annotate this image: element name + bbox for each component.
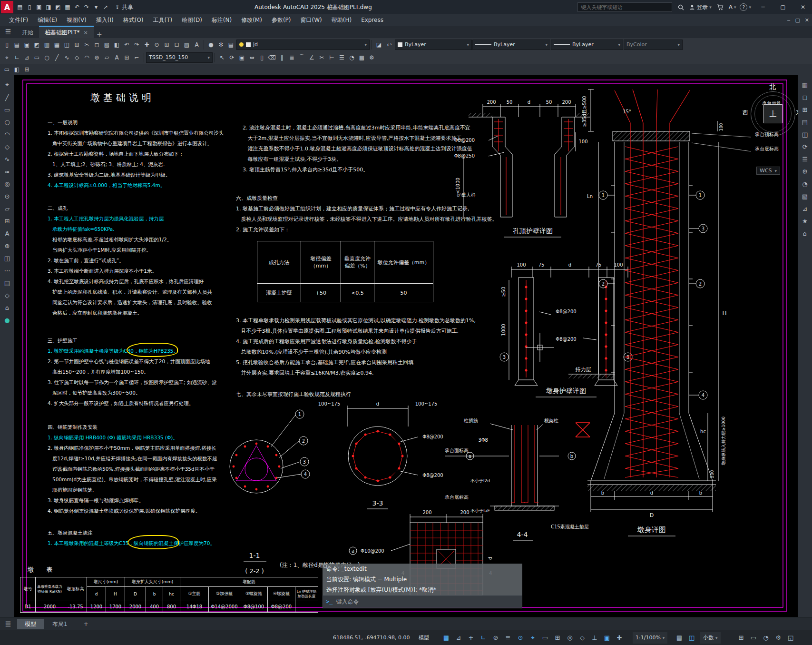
- ortho-mode-icon[interactable]: ∟: [478, 632, 489, 644]
- grid-display-icon[interactable]: ▦: [799, 79, 811, 90]
- viewcube[interactable]: 北 西 东 上 WCS ▾: [747, 85, 798, 180]
- tab-start[interactable]: 开始: [16, 27, 39, 38]
- app-store-cart-icon[interactable]: [715, 2, 725, 12]
- menu-item[interactable]: 参数(P): [267, 16, 295, 24]
- clean-screen-icon[interactable]: ◱: [785, 632, 796, 644]
- annotation-scale-combo[interactable]: 1:1/100%▾: [633, 630, 667, 645]
- transparency-icon[interactable]: ⊞: [552, 632, 563, 644]
- object-snap-icon[interactable]: ⌖: [527, 632, 538, 644]
- lock-ui-icon[interactable]: ▭: [748, 632, 759, 644]
- more-tools-icon[interactable]: ⋯: [1, 265, 13, 276]
- viewcube-west-label[interactable]: 西: [743, 109, 748, 117]
- cut-icon[interactable]: ✂: [82, 40, 92, 50]
- autodesk-assistant-button[interactable]: A▾: [729, 4, 736, 10]
- menu-item[interactable]: 标注(N): [207, 16, 236, 24]
- lineweight-combo[interactable]: ByLayer ▾: [551, 40, 623, 50]
- new-drawing-icon[interactable]: ▯: [25, 2, 34, 12]
- hatch-tool-icon[interactable]: ▱: [1, 203, 13, 214]
- share-button[interactable]: ⇪ 共享: [115, 3, 133, 11]
- fillet-icon[interactable]: ⌒: [297, 52, 307, 62]
- offset-icon[interactable]: ∥: [277, 52, 287, 62]
- plotstyle-combo[interactable]: ByColor ▾: [624, 40, 683, 50]
- rotate-icon[interactable]: ⟳: [227, 52, 237, 62]
- mdi-minimize-button[interactable]: ‒: [787, 17, 790, 23]
- options-icon[interactable]: ⚙: [799, 166, 811, 177]
- layers-tool-icon[interactable]: ▤: [1, 277, 13, 288]
- maximize-button[interactable]: ▢: [775, 1, 791, 13]
- snap-icon[interactable]: ⌖: [2, 52, 12, 62]
- layout-menu-icon[interactable]: ☰: [0, 618, 16, 630]
- search-icon[interactable]: [676, 2, 685, 12]
- menu-item[interactable]: 绘图(D): [177, 16, 206, 24]
- help-button[interactable]: ?▾: [740, 3, 751, 11]
- annotation-scale-icon[interactable]: ▤: [674, 632, 685, 644]
- tab-close-icon[interactable]: ×: [84, 30, 88, 36]
- properties-palette-icon[interactable]: ◧: [12, 65, 22, 75]
- pointer-tool-icon[interactable]: ⌖: [1, 79, 13, 90]
- layer-walk-icon[interactable]: ▤: [799, 116, 811, 128]
- undo-icon[interactable]: ↶: [122, 40, 132, 50]
- model-space-indicator[interactable]: 模型: [419, 630, 429, 645]
- new-tab-button[interactable]: +: [94, 30, 105, 38]
- new-layout-button[interactable]: +: [76, 619, 96, 629]
- arc-tool-icon[interactable]: ◠: [1, 129, 13, 140]
- plot-icon[interactable]: ▦: [52, 40, 62, 50]
- scale-icon[interactable]: ▯: [257, 52, 267, 62]
- qat-customize-icon[interactable]: ▾: [91, 2, 101, 12]
- rect-tool-icon[interactable]: ▭: [1, 104, 13, 115]
- extend-icon[interactable]: ⊢: [327, 52, 337, 62]
- rectangle-icon[interactable]: ▭: [32, 52, 42, 62]
- spline-icon[interactable]: ∿: [62, 52, 72, 62]
- menu-item[interactable]: 窗口(W): [296, 16, 326, 24]
- trim-icon[interactable]: ✂: [317, 52, 327, 62]
- snap-mode-icon[interactable]: ⊿: [453, 632, 464, 644]
- save-icon[interactable]: ◨: [44, 2, 53, 12]
- autocad-logo[interactable]: A: [1, 1, 13, 13]
- units-combo[interactable]: 小数▾: [700, 630, 721, 645]
- redo-icon[interactable]: ↷: [132, 40, 142, 50]
- text-style-combo[interactable]: TSSD_150_150 ▾: [146, 52, 213, 63]
- isodraft-icon[interactable]: ≡: [502, 632, 514, 644]
- stretch-icon[interactable]: ⇔: [247, 52, 257, 62]
- workspace-switching-icon[interactable]: ◫: [686, 632, 697, 644]
- layer-freeze-icon[interactable]: ✻: [216, 40, 226, 50]
- point-tool-icon[interactable]: ⊙: [1, 190, 13, 202]
- menu-item[interactable]: 插入(I): [92, 16, 118, 24]
- properties-icon[interactable]: ▨: [182, 40, 192, 50]
- xref-icon[interactable]: ▥: [42, 40, 52, 50]
- insert-block-icon[interactable]: ⊕: [1, 240, 13, 251]
- quickcalc-icon[interactable]: A: [192, 40, 202, 50]
- zoom-realtime-icon[interactable]: ⊙: [152, 40, 162, 50]
- polygon-tool-icon[interactable]: ◇: [1, 141, 13, 152]
- line-tool-icon[interactable]: ╱: [1, 91, 13, 103]
- render-icon[interactable]: ★: [799, 215, 811, 227]
- save-icon[interactable]: ▣: [22, 40, 32, 50]
- command-input[interactable]: >_ 键入命令: [323, 595, 522, 608]
- customization-icon[interactable]: ⚙: [773, 632, 784, 644]
- undo-icon[interactable]: ↶: [72, 2, 82, 12]
- paste-icon[interactable]: ▧: [102, 40, 112, 50]
- close-button[interactable]: ✕: [795, 1, 811, 13]
- viewcube-top-face[interactable]: 上: [763, 104, 783, 123]
- viewcube-east-label[interactable]: 东: [796, 109, 798, 117]
- tab-overview-icon[interactable]: ☰: [0, 26, 16, 38]
- clean-screen-icon[interactable]: ▭: [2, 65, 12, 75]
- command-search-icon[interactable]: [323, 564, 328, 569]
- search-input[interactable]: [577, 2, 672, 12]
- point-icon[interactable]: ⊕: [92, 52, 102, 62]
- table-tool-icon[interactable]: ⊞: [1, 215, 13, 227]
- dynamic-ucs-icon[interactable]: ⊥: [589, 632, 600, 644]
- dynamic-input-icon[interactable]: +: [465, 632, 477, 644]
- text-tool-icon[interactable]: A: [1, 228, 13, 239]
- sheet-set-icon[interactable]: ⊞: [799, 104, 811, 115]
- move-icon[interactable]: ↖: [217, 52, 227, 62]
- plot-icon[interactable]: ▦: [63, 2, 72, 12]
- layer-states-icon[interactable]: ☰: [337, 52, 347, 62]
- zoom-window-icon[interactable]: ⊞: [162, 40, 172, 50]
- dimension-icon[interactable]: ⌐: [132, 52, 142, 62]
- draw-order-icon[interactable]: ◔: [347, 52, 357, 62]
- hatch-icon[interactable]: ▱: [102, 52, 112, 62]
- signin-button[interactable]: 登录 ▾: [689, 3, 712, 11]
- redo-icon[interactable]: ↷: [82, 2, 91, 12]
- zoom-previous-icon[interactable]: ⊟: [172, 40, 182, 50]
